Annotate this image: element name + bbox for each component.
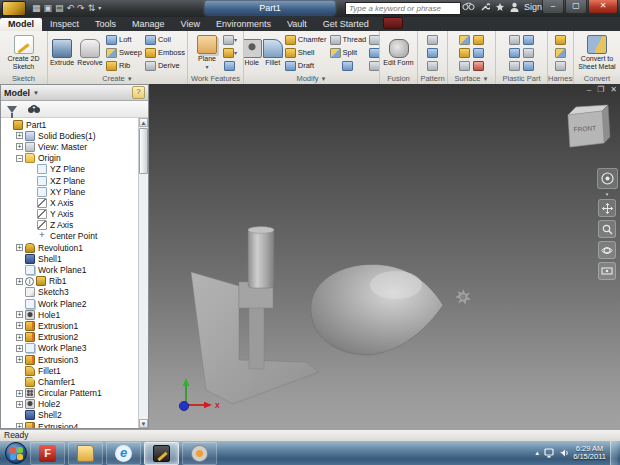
coil-button[interactable]: Coil — [144, 34, 186, 46]
panel-label-work-features[interactable]: Work Features — [188, 73, 243, 84]
panel-label-modify[interactable]: Modify ▼ — [244, 73, 379, 84]
model-gear-part[interactable] — [454, 288, 472, 306]
create-2d-sketch-button[interactable]: Create 2D Sketch — [7, 35, 41, 70]
tree-item-chamfer1[interactable]: Chamfer1 — [1, 376, 138, 387]
search-binoculars-icon[interactable] — [462, 2, 475, 11]
save-icon[interactable]: ▤ — [55, 4, 64, 13]
network-icon[interactable] — [544, 448, 555, 458]
tree-item-shell2[interactable]: Shell2 — [1, 410, 138, 421]
tree-item-x-axis[interactable]: X Axis — [1, 197, 138, 208]
expander-plus-icon[interactable]: + — [16, 390, 23, 397]
fillet-button[interactable]: Fillet — [263, 39, 283, 67]
tab-manage[interactable]: Manage — [124, 18, 173, 31]
tree-item-revolution1[interactable]: +Revolution1 — [1, 242, 138, 253]
thread-button[interactable]: Thread — [329, 34, 368, 46]
undo-icon[interactable]: ↶ — [67, 4, 75, 13]
extend-button[interactable] — [472, 47, 485, 59]
tree-item-extrusion2[interactable]: +Extrusion2 — [1, 332, 138, 343]
expander-plus-icon[interactable]: + — [16, 244, 23, 251]
trim-button[interactable] — [458, 60, 471, 72]
tree-item-work-plane2[interactable]: Work Plane2 — [1, 298, 138, 309]
panel-label-sketch[interactable]: Sketch — [0, 73, 47, 84]
chamfer-button[interactable]: Chamfer — [284, 34, 328, 46]
tree-item-fillet1[interactable]: Fillet1 — [1, 365, 138, 376]
model-plate-part[interactable] — [191, 227, 319, 404]
user-icon[interactable] — [510, 2, 519, 12]
wrench-icon[interactable] — [480, 2, 490, 12]
expander-plus-icon[interactable]: + — [16, 322, 23, 329]
tab-tools[interactable]: Tools — [87, 18, 124, 31]
viewport-3d[interactable]: – ❐ ✕ FRONT ▾ — [149, 84, 620, 429]
taskbar-item-windows-explorer[interactable] — [68, 442, 103, 465]
taskbar-item-flash[interactable]: F — [30, 442, 65, 465]
convert-to-sheet-metal-button[interactable]: Convert to Sheet Metal — [575, 35, 619, 70]
hole-button[interactable]: Hole — [244, 39, 262, 67]
lip-button[interactable] — [522, 60, 535, 72]
tree-item-shell1[interactable]: Shell1 — [1, 253, 138, 264]
close-button[interactable]: ✕ — [588, 0, 618, 14]
browser-help-icon[interactable]: ? — [132, 86, 145, 99]
panel-label-convert[interactable]: Convert — [574, 73, 620, 84]
rectangular-pattern-button[interactable] — [426, 34, 439, 46]
tree-item-hole2[interactable]: +Hole2 — [1, 399, 138, 410]
boss-button[interactable] — [508, 47, 521, 59]
harness-pin-button[interactable] — [554, 47, 567, 59]
expander-minus-icon[interactable]: − — [16, 155, 23, 162]
update-icon[interactable]: ⇅ — [88, 4, 96, 13]
move-bodies-button[interactable] — [368, 60, 379, 72]
tree-item-y-axis[interactable]: Y Axis — [1, 209, 138, 220]
expander-plus-icon[interactable]: + — [16, 401, 23, 408]
model-teardrop-part[interactable] — [311, 264, 443, 355]
panel-label-harness[interactable]: Harness — [548, 73, 573, 84]
expander-plus-icon[interactable]: + — [16, 356, 23, 363]
tab-environments[interactable]: Environments — [208, 18, 279, 31]
taskbar-item-internet-explorer[interactable]: e — [106, 442, 141, 465]
tab-inspect[interactable]: Inspect — [42, 18, 87, 31]
tree-item-circular-pattern1[interactable]: +Circular Pattern1 — [1, 388, 138, 399]
search-input[interactable] — [345, 2, 461, 15]
tab-vault[interactable]: Vault — [279, 18, 315, 31]
tree-item-solid-bodies-1[interactable]: +Solid Bodies(1) — [1, 130, 138, 141]
panel-label-fusion[interactable]: Fusion — [380, 73, 417, 84]
scroll-down-icon[interactable]: ▼ — [139, 419, 148, 428]
panel-label-plastic-part[interactable]: Plastic Part — [496, 73, 547, 84]
maximize-button[interactable]: ▢ — [565, 0, 587, 14]
mirror-button[interactable] — [426, 60, 439, 72]
circular-pattern-button[interactable] — [426, 47, 439, 59]
tab-get-started[interactable]: Get Started — [315, 18, 377, 31]
hidden-icons-icon[interactable]: ▲ — [534, 449, 540, 458]
tab-model[interactable]: Model — [0, 18, 42, 31]
scrollbar-thumb[interactable] — [139, 128, 148, 174]
expander-plus-icon[interactable]: + — [16, 278, 23, 285]
tree-item-hole1[interactable]: +Hole1 — [1, 309, 138, 320]
ucs-button[interactable] — [222, 60, 238, 72]
combine-button[interactable] — [329, 60, 368, 72]
harness-route-button[interactable] — [554, 34, 567, 46]
minimize-button[interactable]: – — [542, 0, 564, 14]
plane-button[interactable]: Plane ▾ — [193, 35, 221, 71]
star-icon[interactable] — [495, 2, 505, 12]
redo-icon[interactable]: ↷ — [77, 4, 85, 13]
split-button[interactable]: Split — [329, 47, 368, 59]
panel-label-pattern[interactable]: Pattern — [418, 73, 447, 84]
revolve-button[interactable]: Revolve — [76, 39, 104, 67]
rule-fillet-button[interactable] — [522, 47, 535, 59]
tree-item-yz-plane[interactable]: YZ Plane — [1, 164, 138, 175]
shell-button[interactable]: Shell — [284, 47, 328, 59]
tree-item-xz-plane[interactable]: XZ Plane — [1, 175, 138, 186]
tree-item-rib1[interactable]: +iRib1 — [1, 276, 138, 287]
emboss-button[interactable]: Emboss — [144, 47, 186, 59]
tree-item-part1[interactable]: Part1 — [1, 119, 138, 130]
filter-icon[interactable] — [7, 106, 17, 113]
tree-item-origin[interactable]: −Origin — [1, 153, 138, 164]
panel-label-create[interactable]: Create ▼ — [48, 73, 187, 84]
tabstrip-extra-icon[interactable] — [383, 17, 403, 29]
clock[interactable]: 6:29 AM 6/15/2011 — [573, 445, 606, 462]
expander-plus-icon[interactable]: + — [16, 143, 23, 150]
harness-segment-button[interactable] — [554, 60, 567, 72]
find-binoculars-icon[interactable] — [27, 104, 41, 114]
stitch-button[interactable] — [458, 34, 471, 46]
tab-view[interactable]: View — [173, 18, 208, 31]
tree-item-extrusion4[interactable]: +Extrusion4 — [1, 421, 138, 428]
expander-plus-icon[interactable]: + — [16, 311, 23, 318]
